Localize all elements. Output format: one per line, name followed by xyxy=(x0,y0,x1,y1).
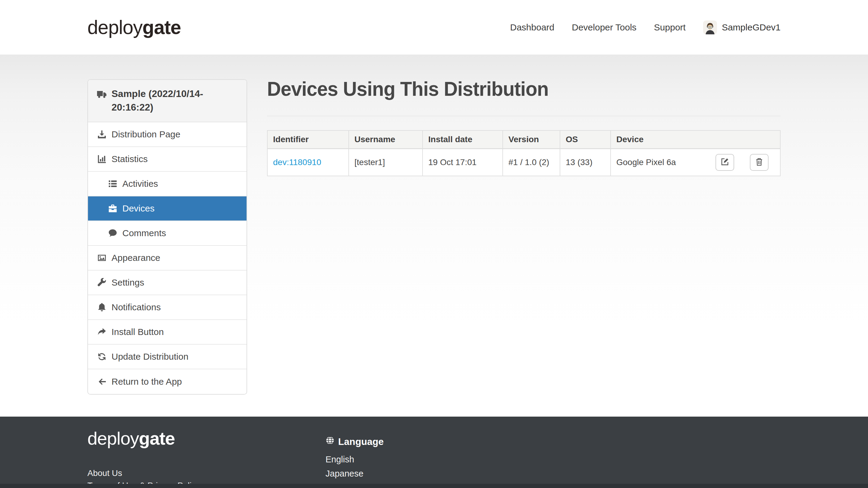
deploygate-logo[interactable]: deploygate xyxy=(87,16,181,38)
page-body: Sample (2022/10/14-20:16:22) Distributio… xyxy=(0,55,868,417)
wrench-icon xyxy=(96,278,107,287)
briefcase-icon xyxy=(107,204,118,213)
logo-text-bold: gate xyxy=(143,17,181,38)
comment-icon xyxy=(107,228,118,238)
column-header-device: Device xyxy=(611,130,780,149)
row-actions xyxy=(715,154,769,171)
sidebar-item-statistics[interactable]: Statistics xyxy=(88,147,247,172)
nav-dashboard[interactable]: Dashboard xyxy=(510,22,554,33)
language-heading-label: Language xyxy=(338,436,384,447)
sub-footer-bar xyxy=(0,484,868,488)
cell-identifier: dev:1180910 xyxy=(267,149,349,176)
sidebar-item-label: Appearance xyxy=(112,253,160,263)
download-icon xyxy=(96,130,107,139)
image-icon xyxy=(96,253,107,263)
sidebar-item-install-button[interactable]: Install Button xyxy=(88,320,247,345)
nav-developer-tools[interactable]: Developer Tools xyxy=(572,22,637,33)
logo-text-light: deploy xyxy=(87,17,143,38)
avatar xyxy=(703,21,717,34)
footer-link-about-us[interactable]: About Us xyxy=(87,468,781,478)
sidebar-item-label: Settings xyxy=(112,278,144,288)
sidebar-item-label: Notifications xyxy=(112,302,161,313)
nav-support[interactable]: Support xyxy=(654,22,686,33)
cell-os: 13 (33) xyxy=(560,149,611,176)
cell-username: [tester1] xyxy=(349,149,423,176)
language-option-english[interactable]: English xyxy=(326,455,384,464)
column-header-identifier: Identifier xyxy=(267,130,349,149)
column-header-username: Username xyxy=(349,130,423,149)
sidebar-header-label: Sample (2022/10/14-20:16:22) xyxy=(112,87,238,115)
deploygate-page: deploygate Dashboard Developer Tools Sup… xyxy=(0,0,868,488)
bar-chart-icon xyxy=(96,154,107,164)
sidebar-item-label: Statistics xyxy=(112,154,148,164)
delete-device-button[interactable] xyxy=(750,154,769,171)
sidebar-item-label: Install Button xyxy=(112,327,164,337)
table-header-row: Identifier Username Install date Version… xyxy=(267,130,780,149)
sidebar-item-update-distribution[interactable]: Update Distribution xyxy=(88,345,247,369)
globe-icon xyxy=(326,436,335,447)
title-divider xyxy=(267,116,781,116)
page-title: Devices Using This Distribution xyxy=(267,78,765,100)
distribution-sidebar: Sample (2022/10/14-20:16:22) Distributio… xyxy=(87,79,247,395)
sidebar-item-devices[interactable]: Devices xyxy=(88,196,247,221)
sidebar-item-appearance[interactable]: Appearance xyxy=(88,246,247,270)
sidebar-item-activities[interactable]: Activities xyxy=(88,172,247,196)
sidebar-item-label: Update Distribution xyxy=(112,352,188,362)
language-heading: Language xyxy=(326,436,384,447)
table-row: dev:1180910 [tester1] 19 Oct 17:01 #1 / … xyxy=(267,149,780,176)
trash-icon xyxy=(755,158,764,167)
devices-table: Identifier Username Install date Version… xyxy=(267,130,781,176)
cell-install-date: 19 Oct 17:01 xyxy=(423,149,503,176)
column-header-version: Version xyxy=(503,130,560,149)
user-menu[interactable]: SampleGDev1 xyxy=(703,21,781,34)
sidebar-item-notifications[interactable]: Notifications xyxy=(88,295,247,320)
footer-logo-text-light: deploy xyxy=(87,428,139,449)
top-nav-links: Dashboard Developer Tools Support Sample… xyxy=(510,21,781,34)
share-icon xyxy=(96,327,107,337)
footer-language-section: Language English Japanese xyxy=(326,436,384,479)
arrow-left-icon xyxy=(96,377,107,387)
main-content: Devices Using This Distribution Identifi… xyxy=(267,79,781,176)
sidebar-header: Sample (2022/10/14-20:16:22) xyxy=(88,80,247,122)
column-header-os: OS xyxy=(560,130,611,149)
cell-device: Google Pixel 6a xyxy=(611,149,780,176)
sidebar-item-label: Devices xyxy=(122,203,155,214)
device-identifier-link[interactable]: dev:1180910 xyxy=(273,158,321,167)
edit-icon xyxy=(721,158,729,167)
sidebar-item-settings[interactable]: Settings xyxy=(88,270,247,295)
footer-deploygate-logo[interactable]: deploygate xyxy=(87,428,781,449)
refresh-icon xyxy=(96,352,107,361)
truck-icon xyxy=(96,90,107,99)
edit-device-button[interactable] xyxy=(715,154,734,171)
column-header-install-date: Install date xyxy=(423,130,503,149)
sidebar-item-label: Activities xyxy=(122,178,158,189)
footer-logo-text-bold: gate xyxy=(139,428,175,449)
sidebar-item-return-to-app[interactable]: Return to the App xyxy=(88,369,247,394)
sidebar-item-comments[interactable]: Comments xyxy=(88,221,247,246)
bell-icon xyxy=(96,302,107,312)
sidebar-item-label: Distribution Page xyxy=(112,129,180,139)
sidebar-item-distribution-page[interactable]: Distribution Page xyxy=(88,122,247,147)
language-option-japanese[interactable]: Japanese xyxy=(326,469,384,479)
username-label: SampleGDev1 xyxy=(722,22,781,33)
cell-version: #1 / 1.0 (2) xyxy=(503,149,560,176)
device-name-label: Google Pixel 6a xyxy=(616,158,715,167)
list-icon xyxy=(107,179,118,189)
page-footer: deploygate About Us Terms of Use & Priva… xyxy=(0,417,868,488)
sidebar-item-label: Return to the App xyxy=(112,377,182,387)
top-navbar: deploygate Dashboard Developer Tools Sup… xyxy=(0,0,868,55)
sidebar-item-label: Comments xyxy=(122,228,166,238)
